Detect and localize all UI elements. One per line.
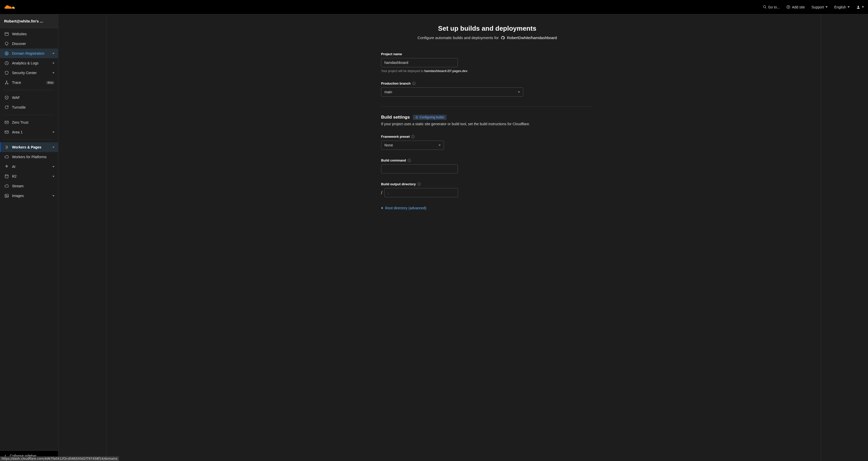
account-name[interactable]: Robert@white.fm's ... bbox=[0, 14, 58, 28]
add-site-label: Add site bbox=[792, 5, 805, 9]
info-icon[interactable]: i bbox=[412, 82, 415, 85]
build-command-label: Build command bbox=[381, 158, 406, 162]
main-content: Set up builds and deployments Configure … bbox=[106, 14, 868, 461]
chevron-down-icon bbox=[53, 147, 55, 148]
framework-preset-label: Framework preset bbox=[381, 135, 410, 138]
sidebar-item-label: Analytics & Logs bbox=[12, 61, 49, 65]
add-site-button[interactable]: Add site bbox=[786, 5, 805, 9]
sidebar-item-area1[interactable]: Area 1 bbox=[0, 127, 58, 137]
sidebar-item-label: Discover bbox=[12, 42, 55, 46]
sidebar-item-r2[interactable]: R2 bbox=[0, 171, 58, 181]
sidebar-item-label: Security Center bbox=[12, 71, 49, 75]
browser-icon bbox=[4, 32, 9, 36]
github-icon bbox=[501, 36, 505, 40]
build-settings-title: Build settings bbox=[381, 115, 410, 120]
sidebar-item-label: Turnstile bbox=[12, 105, 55, 109]
sidebar-item-label: Area 1 bbox=[12, 130, 49, 134]
user-icon bbox=[856, 5, 860, 9]
cloudflare-logo[interactable] bbox=[4, 3, 29, 12]
framework-preset-value: None bbox=[384, 143, 393, 147]
database-icon bbox=[4, 174, 9, 178]
goto-search[interactable]: Go to... bbox=[763, 5, 780, 9]
sidebar-item-analytics-logs[interactable]: Analytics & Logs bbox=[0, 58, 58, 68]
sidebar-item-label: Domain Registration bbox=[12, 52, 49, 56]
svg-point-0 bbox=[763, 6, 766, 8]
org-icon bbox=[4, 80, 9, 85]
svg-line-1 bbox=[765, 7, 766, 8]
svg-point-5 bbox=[858, 6, 859, 7]
plus-circle-icon bbox=[786, 5, 790, 9]
svg-rect-14 bbox=[5, 131, 8, 134]
chevron-down-icon bbox=[53, 195, 55, 197]
envelope-icon bbox=[4, 130, 9, 134]
doc-icon bbox=[415, 116, 418, 119]
sidebar-item-trace[interactable]: Trace Beta bbox=[0, 78, 58, 88]
page-subtitle: Configure automatic builds and deploymen… bbox=[381, 35, 593, 40]
svg-point-11 bbox=[5, 84, 6, 84]
globe-icon bbox=[4, 51, 9, 56]
sidebar-item-waf[interactable]: WAF bbox=[0, 93, 58, 102]
clock-icon bbox=[4, 61, 9, 65]
secondary-column bbox=[58, 14, 106, 461]
caret-down-icon bbox=[862, 6, 864, 8]
sidebar-item-websites[interactable]: Websites bbox=[0, 29, 58, 39]
info-icon[interactable]: i bbox=[417, 183, 421, 186]
sidebar-item-turnstile[interactable]: Turnstile bbox=[0, 102, 58, 112]
caret-down-icon bbox=[847, 6, 849, 8]
sidebar-item-label: AI bbox=[12, 165, 49, 169]
sidebar-item-label: R2 bbox=[12, 174, 49, 178]
sidebar-item-ai[interactable]: AI bbox=[0, 162, 58, 171]
sidebar-item-workers-pages[interactable]: Workers & Pages bbox=[0, 142, 58, 152]
sidebar-item-zero-trust[interactable]: Zero Trust bbox=[0, 118, 58, 127]
search-icon bbox=[763, 5, 767, 9]
sidebar-item-images[interactable]: Images bbox=[0, 191, 58, 201]
configuring-builds-label: Configuring builds bbox=[420, 116, 444, 119]
chevron-down-icon bbox=[53, 72, 55, 74]
caret-down-icon bbox=[826, 6, 828, 8]
nav-separator bbox=[4, 139, 55, 140]
sidebar-item-security-center[interactable]: Security Center bbox=[0, 68, 58, 78]
chevron-down-icon bbox=[53, 132, 55, 133]
sidebar-item-stream[interactable]: Stream bbox=[0, 181, 58, 191]
svg-point-12 bbox=[7, 84, 8, 84]
user-menu[interactable] bbox=[856, 5, 864, 9]
svg-rect-16 bbox=[5, 194, 8, 197]
bulb-icon bbox=[4, 41, 9, 46]
workers-icon bbox=[4, 145, 9, 150]
page-title: Set up builds and deployments bbox=[381, 25, 593, 32]
envelope-icon bbox=[4, 120, 9, 125]
build-command-input[interactable] bbox=[381, 164, 458, 173]
info-icon[interactable]: i bbox=[411, 135, 414, 138]
info-icon[interactable]: i bbox=[408, 159, 411, 162]
configuring-builds-link[interactable]: Configuring builds bbox=[413, 115, 446, 120]
project-name-input[interactable] bbox=[381, 58, 458, 67]
svg-point-17 bbox=[6, 195, 6, 196]
support-label: Support bbox=[811, 5, 824, 9]
build-settings-desc: If your project uses a static site gener… bbox=[381, 122, 593, 126]
root-directory-label: Root directory (advanced) bbox=[385, 206, 426, 210]
build-output-input[interactable] bbox=[384, 188, 458, 197]
language-menu[interactable]: English bbox=[834, 5, 849, 9]
shield-icon bbox=[4, 70, 9, 75]
production-branch-label: Production branch bbox=[381, 81, 411, 85]
build-output-label: Build output directory bbox=[381, 182, 416, 186]
project-name-help: Your project will be deployed to hamdash… bbox=[381, 69, 593, 73]
subtitle-prefix: Configure automatic builds and deploymen… bbox=[417, 35, 499, 40]
output-prefix-slash: / bbox=[381, 190, 382, 196]
sidebar: Robert@white.fm's ... Websites Discover … bbox=[0, 14, 58, 461]
framework-preset-select[interactable]: None bbox=[381, 140, 444, 150]
repo-name: RobertDwhite/hamdashboard bbox=[507, 35, 557, 40]
svg-rect-13 bbox=[5, 121, 8, 124]
sidebar-item-workers-platforms[interactable]: Workers for Platforms bbox=[0, 152, 58, 162]
sidebar-item-discover[interactable]: Discover bbox=[0, 39, 58, 48]
chevron-down-icon bbox=[439, 145, 441, 146]
sidebar-item-domain-registration[interactable]: Domain Registration bbox=[0, 48, 58, 58]
production-branch-select[interactable]: main bbox=[381, 88, 523, 97]
root-directory-toggle[interactable]: Root directory (advanced) bbox=[381, 206, 593, 210]
svg-rect-6 bbox=[5, 32, 8, 35]
support-menu[interactable]: Support bbox=[811, 5, 828, 9]
svg-point-10 bbox=[6, 81, 7, 81]
chevron-down-icon bbox=[53, 53, 55, 54]
chevron-right-icon bbox=[381, 207, 383, 209]
sidebar-item-label: Images bbox=[12, 194, 49, 198]
